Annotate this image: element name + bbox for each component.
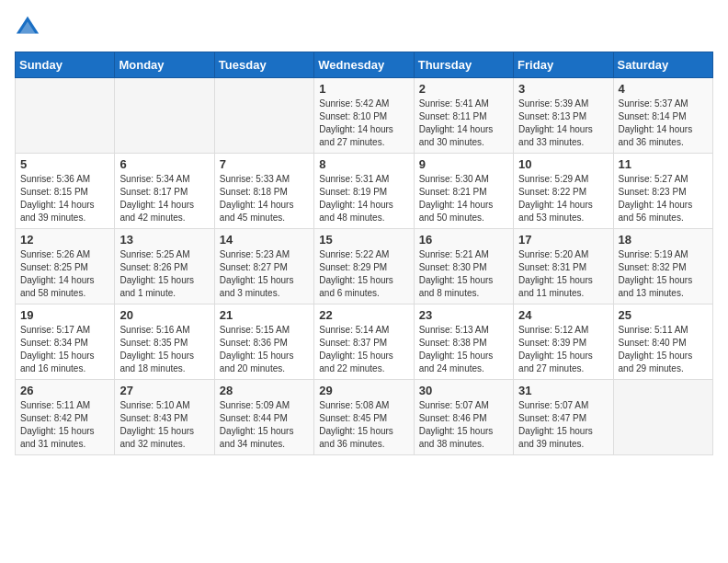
day-number: 19 xyxy=(20,308,109,322)
day-info: Sunrise: 5:37 AM Sunset: 8:14 PM Dayligh… xyxy=(619,98,708,149)
day-number: 24 xyxy=(518,308,608,322)
calendar-day-cell: 4Sunrise: 5:37 AM Sunset: 8:14 PM Daylig… xyxy=(613,78,712,154)
day-info: Sunrise: 5:21 AM Sunset: 8:30 PM Dayligh… xyxy=(419,248,508,300)
day-number: 15 xyxy=(319,233,408,247)
day-number: 12 xyxy=(20,233,109,247)
day-info: Sunrise: 5:15 AM Sunset: 8:36 PM Dayligh… xyxy=(220,324,309,375)
day-info: Sunrise: 5:27 AM Sunset: 8:23 PM Dayligh… xyxy=(619,173,708,224)
calendar-day-cell: 26Sunrise: 5:11 AM Sunset: 8:42 PM Dayli… xyxy=(16,380,115,455)
day-info: Sunrise: 5:13 AM Sunset: 8:38 PM Dayligh… xyxy=(419,324,508,375)
day-of-week-header: Thursday xyxy=(414,52,513,78)
logo-icon xyxy=(15,15,40,40)
calendar-day-cell: 30Sunrise: 5:07 AM Sunset: 8:46 PM Dayli… xyxy=(414,380,513,455)
calendar-day-cell xyxy=(214,78,313,154)
day-number: 27 xyxy=(119,384,209,397)
day-number: 30 xyxy=(419,384,508,397)
day-number: 16 xyxy=(419,233,508,247)
day-info: Sunrise: 5:07 AM Sunset: 8:46 PM Dayligh… xyxy=(419,399,508,451)
day-info: Sunrise: 5:42 AM Sunset: 8:10 PM Dayligh… xyxy=(319,98,408,149)
day-info: Sunrise: 5:22 AM Sunset: 8:29 PM Dayligh… xyxy=(319,248,408,300)
calendar-header-row: SundayMondayTuesdayWednesdayThursdayFrid… xyxy=(16,52,713,78)
day-info: Sunrise: 5:31 AM Sunset: 8:19 PM Dayligh… xyxy=(319,173,408,224)
calendar-day-cell: 21Sunrise: 5:15 AM Sunset: 8:36 PM Dayli… xyxy=(214,304,313,380)
day-info: Sunrise: 5:25 AM Sunset: 8:26 PM Dayligh… xyxy=(119,248,209,300)
calendar-day-cell: 16Sunrise: 5:21 AM Sunset: 8:30 PM Dayli… xyxy=(414,229,513,304)
day-of-week-header: Friday xyxy=(514,52,613,78)
day-info: Sunrise: 5:12 AM Sunset: 8:39 PM Dayligh… xyxy=(518,324,608,375)
day-info: Sunrise: 5:19 AM Sunset: 8:32 PM Dayligh… xyxy=(619,248,708,300)
day-number: 7 xyxy=(220,157,309,171)
day-number: 6 xyxy=(119,157,209,171)
day-number: 26 xyxy=(20,384,109,397)
day-number: 3 xyxy=(518,82,608,96)
day-number: 2 xyxy=(419,82,508,96)
page-header xyxy=(15,15,713,40)
calendar-day-cell: 15Sunrise: 5:22 AM Sunset: 8:29 PM Dayli… xyxy=(314,229,414,304)
day-info: Sunrise: 5:33 AM Sunset: 8:18 PM Dayligh… xyxy=(220,173,309,224)
calendar-day-cell: 2Sunrise: 5:41 AM Sunset: 8:11 PM Daylig… xyxy=(414,78,513,154)
day-number: 11 xyxy=(619,157,708,171)
day-info: Sunrise: 5:11 AM Sunset: 8:40 PM Dayligh… xyxy=(619,324,708,375)
calendar-day-cell xyxy=(115,78,214,154)
calendar-week-row: 26Sunrise: 5:11 AM Sunset: 8:42 PM Dayli… xyxy=(16,380,713,455)
day-number: 8 xyxy=(319,157,408,171)
day-info: Sunrise: 5:39 AM Sunset: 8:13 PM Dayligh… xyxy=(518,98,608,149)
day-info: Sunrise: 5:09 AM Sunset: 8:44 PM Dayligh… xyxy=(220,399,309,451)
day-of-week-header: Monday xyxy=(115,52,214,78)
day-number: 20 xyxy=(119,308,209,322)
calendar-week-row: 5Sunrise: 5:36 AM Sunset: 8:15 PM Daylig… xyxy=(16,154,713,229)
calendar-day-cell: 10Sunrise: 5:29 AM Sunset: 8:22 PM Dayli… xyxy=(514,154,613,229)
calendar-day-cell: 12Sunrise: 5:26 AM Sunset: 8:25 PM Dayli… xyxy=(16,229,115,304)
day-info: Sunrise: 5:20 AM Sunset: 8:31 PM Dayligh… xyxy=(518,248,608,300)
day-number: 31 xyxy=(518,384,608,397)
day-info: Sunrise: 5:23 AM Sunset: 8:27 PM Dayligh… xyxy=(220,248,309,300)
calendar-day-cell xyxy=(613,380,712,455)
calendar-day-cell xyxy=(16,78,115,154)
day-info: Sunrise: 5:14 AM Sunset: 8:37 PM Dayligh… xyxy=(319,324,408,375)
day-info: Sunrise: 5:41 AM Sunset: 8:11 PM Dayligh… xyxy=(419,98,508,149)
day-number: 29 xyxy=(319,384,408,397)
calendar-day-cell: 23Sunrise: 5:13 AM Sunset: 8:38 PM Dayli… xyxy=(414,304,513,380)
day-number: 17 xyxy=(518,233,608,247)
day-number: 23 xyxy=(419,308,508,322)
day-number: 22 xyxy=(319,308,408,322)
day-info: Sunrise: 5:29 AM Sunset: 8:22 PM Dayligh… xyxy=(518,173,608,224)
day-number: 5 xyxy=(20,157,109,171)
day-of-week-header: Saturday xyxy=(613,52,712,78)
calendar-week-row: 1Sunrise: 5:42 AM Sunset: 8:10 PM Daylig… xyxy=(16,78,713,154)
calendar-day-cell: 14Sunrise: 5:23 AM Sunset: 8:27 PM Dayli… xyxy=(214,229,313,304)
calendar-day-cell: 1Sunrise: 5:42 AM Sunset: 8:10 PM Daylig… xyxy=(314,78,414,154)
calendar-day-cell: 20Sunrise: 5:16 AM Sunset: 8:35 PM Dayli… xyxy=(115,304,214,380)
calendar-day-cell: 28Sunrise: 5:09 AM Sunset: 8:44 PM Dayli… xyxy=(214,380,313,455)
day-info: Sunrise: 5:07 AM Sunset: 8:47 PM Dayligh… xyxy=(518,399,608,451)
calendar-week-row: 12Sunrise: 5:26 AM Sunset: 8:25 PM Dayli… xyxy=(16,229,713,304)
day-info: Sunrise: 5:10 AM Sunset: 8:43 PM Dayligh… xyxy=(119,399,209,451)
calendar-day-cell: 6Sunrise: 5:34 AM Sunset: 8:17 PM Daylig… xyxy=(115,154,214,229)
day-number: 28 xyxy=(220,384,309,397)
day-info: Sunrise: 5:30 AM Sunset: 8:21 PM Dayligh… xyxy=(419,173,508,224)
calendar-day-cell: 18Sunrise: 5:19 AM Sunset: 8:32 PM Dayli… xyxy=(613,229,712,304)
day-number: 13 xyxy=(119,233,209,247)
calendar-day-cell: 31Sunrise: 5:07 AM Sunset: 8:47 PM Dayli… xyxy=(514,380,613,455)
calendar-day-cell: 3Sunrise: 5:39 AM Sunset: 8:13 PM Daylig… xyxy=(514,78,613,154)
calendar-day-cell: 27Sunrise: 5:10 AM Sunset: 8:43 PM Dayli… xyxy=(115,380,214,455)
day-number: 1 xyxy=(319,82,408,96)
calendar-day-cell: 13Sunrise: 5:25 AM Sunset: 8:26 PM Dayli… xyxy=(115,229,214,304)
day-number: 9 xyxy=(419,157,508,171)
day-info: Sunrise: 5:17 AM Sunset: 8:34 PM Dayligh… xyxy=(20,324,109,375)
day-number: 4 xyxy=(619,82,708,96)
day-number: 25 xyxy=(619,308,708,322)
calendar-day-cell: 29Sunrise: 5:08 AM Sunset: 8:45 PM Dayli… xyxy=(314,380,414,455)
day-of-week-header: Wednesday xyxy=(314,52,414,78)
calendar-day-cell: 22Sunrise: 5:14 AM Sunset: 8:37 PM Dayli… xyxy=(314,304,414,380)
day-info: Sunrise: 5:11 AM Sunset: 8:42 PM Dayligh… xyxy=(20,399,109,451)
calendar-day-cell: 9Sunrise: 5:30 AM Sunset: 8:21 PM Daylig… xyxy=(414,154,513,229)
day-number: 21 xyxy=(220,308,309,322)
calendar-day-cell: 11Sunrise: 5:27 AM Sunset: 8:23 PM Dayli… xyxy=(613,154,712,229)
day-number: 10 xyxy=(518,157,608,171)
calendar-week-row: 19Sunrise: 5:17 AM Sunset: 8:34 PM Dayli… xyxy=(16,304,713,380)
day-of-week-header: Sunday xyxy=(16,52,115,78)
day-info: Sunrise: 5:08 AM Sunset: 8:45 PM Dayligh… xyxy=(319,399,408,451)
day-info: Sunrise: 5:16 AM Sunset: 8:35 PM Dayligh… xyxy=(119,324,209,375)
calendar-day-cell: 5Sunrise: 5:36 AM Sunset: 8:15 PM Daylig… xyxy=(16,154,115,229)
